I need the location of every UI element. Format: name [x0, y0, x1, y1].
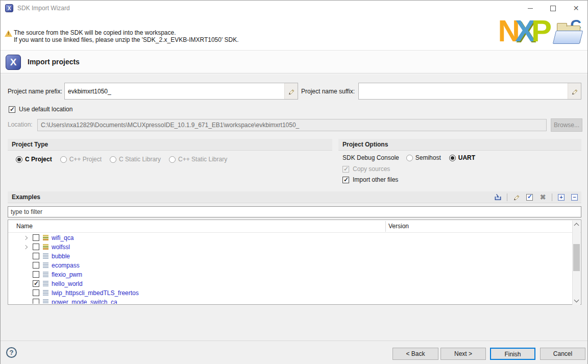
select-all-icon[interactable]: [525, 193, 534, 201]
example-checkbox[interactable]: [33, 234, 39, 241]
scroll-down-icon[interactable]: [574, 298, 579, 303]
project-type-header: Project Type: [8, 139, 332, 151]
radio-label: C Project: [25, 156, 52, 163]
example-name[interactable]: hello_world: [52, 280, 83, 287]
prefix-label: Project name prefix:: [8, 88, 62, 95]
radio-c-static-library[interactable]: C++ Static Library: [169, 156, 227, 163]
import-other-files-label: Import other files: [353, 176, 398, 183]
vertical-scrollbar[interactable]: [572, 221, 580, 305]
back-button[interactable]: < Back: [393, 348, 438, 360]
page-header: Import projects: [1, 50, 587, 74]
example-name[interactable]: wifi_qca: [52, 234, 74, 241]
cancel-button[interactable]: Cancel: [540, 348, 585, 360]
edit-icon[interactable]: [512, 193, 521, 201]
project-type-radios: C ProjectC++ ProjectC Static LibraryC++ …: [16, 156, 227, 163]
example-type-icon: [43, 299, 48, 304]
examples-tree: wifi_qcawolfsslbubbleecompassflexio_pwmh…: [8, 233, 573, 304]
location-input: [37, 119, 547, 131]
example-type-icon: [43, 244, 48, 250]
window-title: SDK Import Wizard: [17, 5, 70, 12]
expand-all-icon[interactable]: +: [557, 193, 566, 201]
use-default-location-checkbox[interactable]: [9, 106, 15, 113]
example-name[interactable]: flexio_pwm: [52, 271, 82, 278]
radio-circle: [16, 156, 22, 163]
example-type-icon: [43, 290, 48, 296]
scrollbar-thumb[interactable]: [573, 244, 580, 271]
radio-c-static-library[interactable]: C Static Library: [110, 156, 161, 163]
wizard-content: Project name prefix: Project name suffix…: [1, 74, 587, 341]
radio-label: C Static Library: [119, 156, 161, 163]
radio-circle: [169, 156, 176, 163]
example-type-icon: [43, 272, 48, 277]
toolbar-separator: [552, 193, 552, 201]
edit-decoration-icon: [568, 83, 581, 99]
examples-toolbar: + −: [494, 193, 579, 201]
column-header-version[interactable]: Version: [388, 223, 409, 230]
example-row-power-mode-switch-ca[interactable]: power_mode_switch_ca: [8, 298, 573, 304]
radio-label: C++ Static Library: [178, 156, 227, 163]
example-type-icon: [43, 262, 48, 268]
collapse-all-icon[interactable]: −: [570, 193, 579, 201]
example-name[interactable]: power_mode_switch_ca: [52, 299, 117, 304]
column-header-name[interactable]: Name: [16, 223, 33, 230]
example-checkbox[interactable]: [33, 280, 39, 287]
example-row-wolfssl[interactable]: wolfssl: [8, 242, 573, 252]
example-row-bubble[interactable]: bubble: [8, 252, 573, 261]
project-name-suffix-field: [358, 83, 581, 100]
sdk-folder-icon: C: [553, 18, 584, 47]
example-name[interactable]: wolfssl: [52, 244, 70, 251]
radio-semihost[interactable]: Semihost: [406, 154, 441, 161]
examples-table: Name Version wifi_qcawolfsslbubbleecompa…: [8, 220, 581, 305]
import-example-icon[interactable]: [494, 193, 502, 201]
example-row-ecompass[interactable]: ecompass: [8, 261, 573, 270]
filter-input[interactable]: [8, 206, 581, 217]
help-icon[interactable]: [6, 347, 17, 358]
example-row-lwip-httpscli-mbedtls-freertos[interactable]: lwip_httpscli_mbedTLS_freertos: [8, 288, 573, 298]
expander-icon[interactable]: [23, 245, 28, 249]
example-checkbox[interactable]: [33, 289, 39, 296]
scroll-up-icon[interactable]: [574, 223, 579, 228]
footer: < Back Next > Finish Cancel: [1, 341, 587, 364]
use-default-location-row[interactable]: Use default location: [9, 106, 72, 113]
example-checkbox[interactable]: [33, 262, 39, 269]
edit-decoration-icon: [284, 83, 298, 99]
example-checkbox[interactable]: [33, 271, 39, 278]
project-options-header: Project Options: [338, 139, 581, 151]
examples-table-header: Name Version: [8, 220, 581, 233]
next-button[interactable]: Next >: [440, 348, 486, 360]
copy-sources-label: Copy sources: [353, 165, 390, 173]
radio-c-project[interactable]: C++ Project: [60, 156, 102, 163]
browse-button: Browse...: [551, 118, 582, 132]
example-name[interactable]: lwip_httpscli_mbedTLS_freertos: [52, 289, 139, 297]
example-checkbox[interactable]: [33, 253, 39, 259]
example-name[interactable]: bubble: [52, 253, 70, 260]
mcuxpresso-app-icon: [5, 4, 13, 12]
radio-circle: [110, 156, 116, 163]
example-row-hello-world[interactable]: hello_world: [8, 279, 573, 288]
radio-circle: [449, 155, 456, 161]
example-checkbox[interactable]: [33, 299, 39, 304]
sdk-import-wizard-window: SDK Import Wizard The source from the SD…: [0, 0, 588, 364]
example-name[interactable]: ecompass: [52, 262, 80, 269]
toolbar-separator: [507, 193, 507, 201]
column-divider[interactable]: [385, 221, 386, 232]
project-name-suffix-input[interactable]: [359, 83, 568, 99]
example-row-wifi-qca[interactable]: wifi_qca: [8, 233, 573, 242]
example-type-icon: [43, 235, 48, 240]
example-checkbox[interactable]: [33, 244, 39, 250]
examples-header: Examples + −: [8, 191, 581, 203]
radio-uart[interactable]: UART: [449, 154, 475, 161]
close-button[interactable]: [565, 1, 587, 16]
nxp-logo: NXP: [498, 16, 550, 47]
radio-c-project[interactable]: C Project: [16, 156, 52, 163]
example-type-icon: [43, 281, 48, 286]
finish-button[interactable]: Finish: [490, 348, 535, 360]
deselect-all-icon[interactable]: [538, 193, 547, 201]
banner: The source from the SDK will be copied i…: [1, 16, 587, 50]
option-row-import-other-files[interactable]: Import other files: [342, 176, 398, 183]
import-other-files-checkbox[interactable]: [342, 177, 349, 183]
sdk-debug-console-label: SDK Debug Console: [342, 154, 399, 161]
expander-icon[interactable]: [23, 236, 28, 240]
project-name-prefix-input[interactable]: [65, 83, 284, 99]
example-row-flexio-pwm[interactable]: flexio_pwm: [8, 270, 573, 279]
